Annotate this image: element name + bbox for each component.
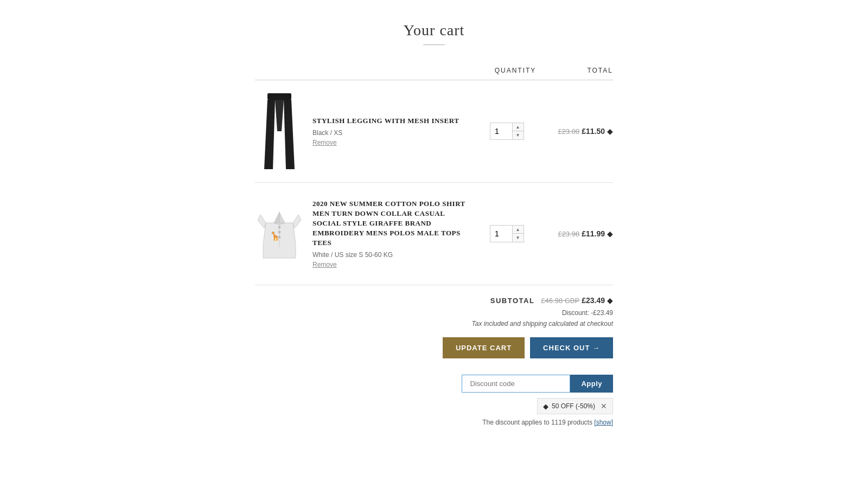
subtotal-label: SUBTOTAL [490,297,535,305]
price-original-polo: £23.98 [558,230,579,238]
action-buttons: UPDATE CART CHECK OUT → [255,337,613,358]
apply-discount-button[interactable]: Apply [570,375,613,393]
price-original-legging: £23.00 [558,127,579,136]
subtotal-row: SUBTOTAL £46.98 GBP £23.49 ◆ [255,296,613,305]
subtotal-diamond-icon: ◆ [607,296,613,305]
discount-section: Apply ◆ 50 OFF (-50%) ✕ The discount app… [255,375,613,426]
page-title: Your cart [11,22,857,39]
update-cart-button[interactable]: UPDATE CART [443,337,525,358]
discount-code-input[interactable] [462,375,570,393]
discount-show-link[interactable]: [show] [594,419,613,426]
svg-rect-0 [267,93,291,100]
item-details-polo: 2020 NEW SUMMER COTTON POLO SHIRT MEN TU… [312,199,465,269]
svg-text:🦒: 🦒 [270,231,280,241]
discount-tag-label: 50 OFF (-50%) [552,402,595,410]
qty-up-polo[interactable]: ▲ [513,226,524,234]
subtotal-original: £46.98 GBP [541,297,579,305]
item-price-legging: £23.00 £11.50 ◆ [548,127,613,136]
cart-item-polo: 🦒 2020 NEW SUMMER COTTON POLO SHIRT MEN … [255,183,613,285]
col-total-header: TOTAL [548,67,613,74]
item-price-polo: £23.98 £11.99 ◆ [548,229,613,238]
remove-legging-button[interactable]: Remove [312,139,465,146]
cart-header: QUANTITY TOTAL [255,67,613,80]
discount-tag: ◆ 50 OFF (-50%) ✕ [537,398,613,414]
cart-item-legging: STYLISH LEGGING WITH MESH INSERT Black /… [255,80,613,183]
discount-input-row: Apply [462,375,613,393]
diamond-icon-legging: ◆ [607,127,613,136]
cart-footer: SUBTOTAL £46.98 GBP £23.49 ◆ Discount: -… [255,285,613,426]
checkout-button[interactable]: CHECK OUT → [530,337,613,358]
item-name-polo: 2020 NEW SUMMER COTTON POLO SHIRT MEN TU… [312,199,465,248]
tag-diamond-icon: ◆ [543,402,548,410]
item-variant-polo: White / US size S 50-60 KG [312,251,465,259]
discount-tag-close-button[interactable]: ✕ [601,402,607,410]
cart-container: QUANTITY TOTAL [255,67,613,426]
tax-info: Tax included and shipping calculated at … [255,320,613,328]
quantity-input-legging[interactable] [490,123,512,139]
polo-svg: 🦒 [258,207,301,261]
item-details-legging: STYLISH LEGGING WITH MESH INSERT Black /… [312,116,465,146]
quantity-input-polo[interactable] [490,226,512,242]
price-sale-polo: £11.99 [582,229,605,238]
col-quantity-header: QUANTITY [483,67,548,74]
diamond-icon-polo: ◆ [607,229,613,238]
qty-down-legging[interactable]: ▼ [513,131,524,139]
price-sale-legging: £11.50 [582,127,605,136]
quantity-stepper-legging[interactable]: ▲ ▼ [490,123,524,140]
item-image-legging [255,93,304,169]
quantity-stepper-polo[interactable]: ▲ ▼ [490,225,524,242]
svg-point-2 [278,226,280,228]
item-quantity-polo: ▲ ▼ [474,225,539,242]
item-quantity-legging: ▲ ▼ [474,123,539,140]
item-name-legging: STYLISH LEGGING WITH MESH INSERT [312,116,465,126]
subtotal-price: £46.98 GBP £23.49 ◆ [541,296,613,305]
remove-polo-button[interactable]: Remove [312,261,465,268]
discount-info: Discount: -£23.49 [255,309,613,317]
legging-svg [263,93,296,169]
item-variant-legging: Black / XS [312,129,465,137]
qty-arrows-polo: ▲ ▼ [512,226,524,242]
title-divider [423,44,445,45]
qty-up-legging[interactable]: ▲ [513,123,524,131]
discount-applies-text: The discount applies to 1119 products [s… [482,419,613,426]
qty-arrows-legging: ▲ ▼ [512,123,524,139]
item-image-polo: 🦒 [255,196,304,272]
subtotal-sale: £23.49 [582,296,605,305]
qty-down-polo[interactable]: ▼ [513,234,524,242]
